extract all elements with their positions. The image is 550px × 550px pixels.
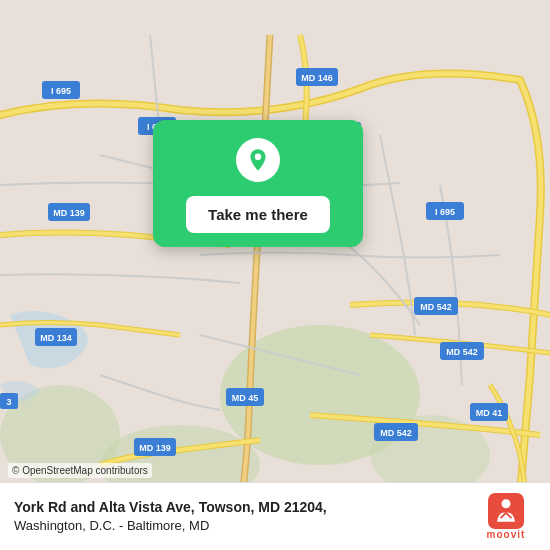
address-line1: York Rd and Alta Vista Ave, Towson, MD 2… [14,498,327,518]
svg-point-35 [502,499,511,508]
svg-text:MD 146: MD 146 [301,73,333,83]
address-block: York Rd and Alta Vista Ave, Towson, MD 2… [14,498,327,536]
svg-text:MD 542: MD 542 [420,302,452,312]
osm-credit: © OpenStreetMap contributors [8,463,152,478]
svg-rect-34 [488,493,524,529]
bottom-bar: York Rd and Alta Vista Ave, Towson, MD 2… [0,482,550,550]
moovit-logo-text: moovit [487,529,526,540]
location-card: Take me there [153,120,363,247]
svg-text:MD 139: MD 139 [53,208,85,218]
moovit-logo: moovit [476,493,536,540]
svg-point-33 [255,154,262,161]
svg-text:MD 134: MD 134 [40,333,72,343]
moovit-logo-icon [488,493,524,529]
svg-text:MD 45: MD 45 [232,393,259,403]
pin-icon [245,147,271,173]
svg-text:MD 542: MD 542 [380,428,412,438]
svg-text:I 695: I 695 [51,86,71,96]
svg-text:MD 542: MD 542 [446,347,478,357]
osm-credit-text: © OpenStreetMap contributors [12,465,148,476]
svg-text:3: 3 [6,397,11,407]
map-container: I 695 I 695 I 695 MD 146 MD 146 MD 139 M… [0,0,550,550]
take-me-there-button[interactable]: Take me there [186,196,330,233]
svg-text:MD 41: MD 41 [476,408,503,418]
svg-text:MD 139: MD 139 [139,443,171,453]
address-line2: Washington, D.C. - Baltimore, MD [14,517,327,535]
svg-text:I 695: I 695 [435,207,455,217]
location-pin [236,138,280,182]
